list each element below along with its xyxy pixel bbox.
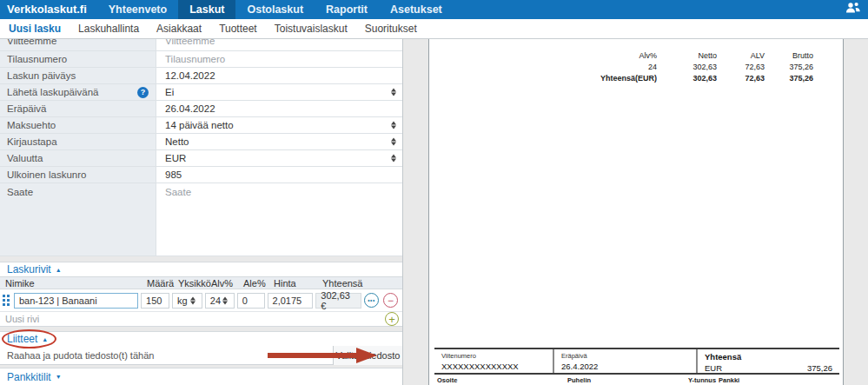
app-window: Verkkolaskut.fi Yhteenveto Laskut Ostola…	[0, 0, 868, 385]
currency-label: EUR	[705, 363, 722, 373]
help-icon[interactable]: ?	[137, 87, 149, 98]
select-arrows-icon	[391, 138, 396, 146]
form-row-viitteemme: Viitteemme Viitteemme	[0, 39, 402, 51]
footer-label-pankki: Pankki	[719, 376, 739, 384]
form-row-saate: Saate Saate	[0, 183, 402, 256]
kirjaustapa-select[interactable]: Netto	[156, 134, 402, 149]
col-header-maara: Määrä	[142, 278, 173, 289]
invoice-lines-header: Nimike Määrä Yksikkö Alv% Ale% Hinta Yht…	[0, 276, 402, 289]
dropzone-text: Raahaa ja pudota tiedosto(t) tähän	[7, 350, 154, 361]
select-arrows-icon	[391, 122, 396, 129]
select-arrows-icon	[391, 89, 396, 96]
payment-info-table: Viitenumero XXXXXXXXXXXXXX Eräpäivä 26.4…	[434, 348, 839, 375]
line-qty-input[interactable]: 150	[141, 293, 169, 309]
col-header-yksikko: Yksikkö	[173, 278, 206, 289]
line-unit-select[interactable]: kg	[172, 293, 202, 309]
form-row-tilausnumero: Tilausnumero Tilausnumero	[0, 51, 402, 68]
tab-tuotteet[interactable]: Tuotteet	[210, 23, 266, 35]
nav-item-ostolaskut[interactable]: Ostolaskut	[235, 0, 315, 19]
field-label: Kirjaustapa	[0, 134, 156, 149]
panel-divider	[0, 256, 402, 262]
file-dropzone[interactable]: Raahaa ja pudota tiedosto(t) tähän Valit…	[0, 346, 402, 365]
ulkoinen-laskunro-input[interactable]: 985	[156, 167, 402, 183]
tab-uusi-lasku[interactable]: Uusi lasku	[0, 23, 70, 35]
vat-summary-header-row: Alv% Netto ALV Brutto	[584, 50, 813, 61]
nav-item-yhteenveto[interactable]: Yhteenveto	[97, 0, 178, 19]
nav-item-raportit[interactable]: Raportit	[315, 0, 379, 19]
footer-label-puhelin: Puhelin	[567, 376, 591, 384]
line-remove-button[interactable]: −	[383, 293, 398, 308]
form-row-maksuehto: Maksuehto 14 päivää netto	[0, 117, 402, 134]
col-header-ale: Ale%	[238, 278, 268, 289]
section-header-liitteet[interactable]: Liitteet ▲	[0, 332, 402, 346]
line-price-input[interactable]: 2,0175	[268, 293, 314, 309]
line-discount-input[interactable]: 0	[237, 293, 265, 309]
total-cell: Yhteensä EUR 375,26	[696, 349, 839, 373]
users-icon	[845, 1, 862, 18]
invoice-line-row: ban-123 | Banaani 150 kg 24 0 2,0175 302…	[0, 289, 402, 312]
tab-laskuhallinta[interactable]: Laskuhallinta	[70, 23, 148, 35]
col-header-hinta: Hinta	[268, 278, 317, 289]
line-total-value: 302,63 €	[315, 293, 361, 309]
field-label: Saate	[0, 183, 156, 256]
brand-logo[interactable]: Verkkolaskut.fi	[0, 0, 97, 19]
section-header-laskurivit[interactable]: Laskurivit ▲	[0, 262, 402, 276]
user-menu-button[interactable]	[845, 0, 862, 19]
laskun-paivays-input[interactable]: 12.04.2022	[156, 68, 402, 83]
laheta-laskupaivana-select[interactable]: Ei	[156, 84, 402, 100]
valuutta-select[interactable]: EUR	[156, 150, 402, 166]
line-name-input[interactable]: ban-123 | Banaani	[14, 293, 138, 309]
tab-toistuvaislaskut[interactable]: Toistuvaislaskut	[266, 23, 356, 35]
select-arrows-icon	[222, 296, 228, 304]
vat-summary-total-row: Yhteensä(EUR) 302,63 72,63 375,26	[584, 72, 813, 83]
nav-item-asetukset[interactable]: Asetukset	[379, 0, 454, 19]
field-label: Ulkoinen laskunro	[0, 167, 156, 183]
footer-label-ytunnus: Y-tunnus	[688, 376, 716, 384]
top-navbar: Verkkolaskut.fi Yhteenveto Laskut Ostola…	[0, 0, 868, 19]
vat-summary-table: Alv% Netto ALV Brutto 24 302,63 72,63 37…	[584, 50, 813, 83]
reference-number-cell: Viitenumero XXXXXXXXXXXXXX	[434, 349, 553, 373]
select-arrows-icon	[190, 296, 195, 304]
line-more-button[interactable]: •••	[364, 293, 379, 308]
vat-summary-row: 24 302,63 72,63 375,26	[584, 61, 813, 72]
viitteemme-input[interactable]: Viitteemme	[156, 39, 402, 50]
field-label: Lähetä laskupäivänä	[7, 87, 99, 97]
total-amount: 375,26	[807, 363, 832, 373]
collapse-arrow-icon: ▲	[42, 336, 48, 342]
saate-textarea[interactable]: Saate	[156, 183, 402, 256]
maksuehto-select[interactable]: 14 päivää netto	[156, 117, 402, 133]
col-header-yhteensa: Yhteensä	[317, 278, 366, 289]
collapse-arrow-icon: ▲	[56, 267, 62, 273]
form-row-kirjaustapa: Kirjaustapa Netto	[0, 134, 402, 150]
tab-asiakkaat[interactable]: Asiakkaat	[148, 23, 210, 35]
drag-handle-icon[interactable]	[0, 295, 14, 307]
field-label: Eräpäivä	[0, 101, 156, 116]
field-label: Tilausnumero	[0, 51, 156, 67]
collapse-arrow-icon: ▼	[56, 374, 62, 380]
due-date-cell: Eräpäivä 26.4.2022	[553, 349, 696, 373]
invoice-preview-pane: Alv% Netto ALV Brutto 24 302,63 72,63 37…	[403, 39, 868, 385]
erapaiva-input[interactable]: 26.04.2022	[156, 101, 402, 116]
field-label: Maksuehto	[0, 117, 156, 133]
choose-file-button[interactable]: Valitse tiedosto	[333, 346, 402, 365]
field-label: Valuutta	[0, 150, 156, 166]
sub-navbar: Uusi lasku Laskuhallinta Asiakkaat Tuott…	[0, 19, 868, 39]
form-row-valuutta: Valuutta EUR	[0, 150, 402, 167]
section-header-pankkitilit[interactable]: Pankkitilit ▼	[0, 368, 402, 385]
form-row-ulkoinen-laskunro: Ulkoinen laskunro 985	[0, 167, 402, 183]
nav-item-laskut[interactable]: Laskut	[178, 0, 235, 19]
field-label: Laskun päiväys	[0, 68, 156, 83]
new-line-placeholder: Uusi rivi	[5, 314, 39, 324]
tab-suoritukset[interactable]: Suoritukset	[356, 23, 426, 35]
tilausnumero-input[interactable]: Tilausnumero	[156, 51, 402, 67]
col-header-nimike: Nimike	[0, 278, 142, 289]
col-header-alv: Alv%	[206, 278, 238, 289]
invoice-form-panel: Viitteemme Viitteemme Tilausnumero Tilau…	[0, 39, 403, 385]
form-row-laskun-paivays: Laskun päiväys 12.04.2022	[0, 68, 402, 84]
new-line-row[interactable]: Uusi rivi +	[0, 312, 402, 327]
select-arrows-icon	[391, 155, 396, 163]
footer-label-osoite: Osoite	[437, 376, 457, 384]
add-line-button[interactable]: +	[385, 312, 399, 326]
line-vat-select[interactable]: 24	[205, 293, 235, 309]
form-row-erapaiva: Eräpäivä 26.04.2022	[0, 101, 402, 117]
